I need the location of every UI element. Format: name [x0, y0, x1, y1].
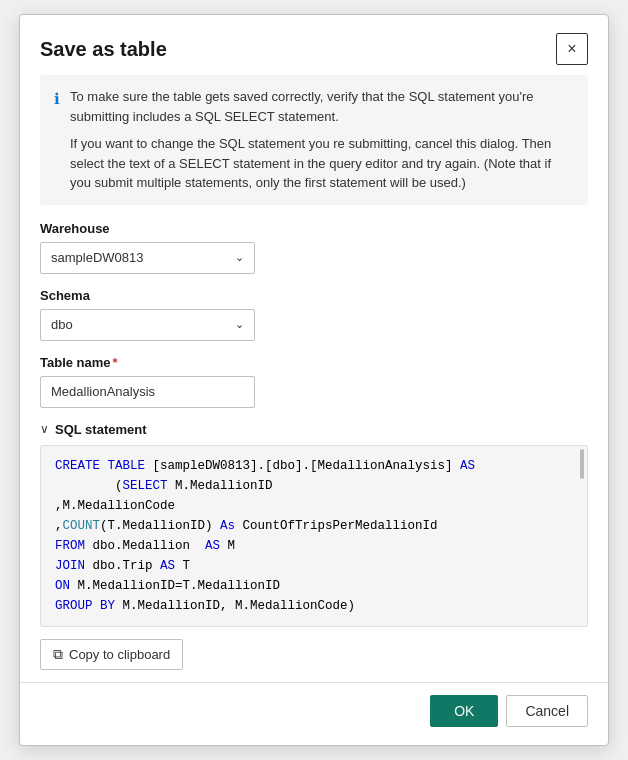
sql-code-box: CREATE TABLE [sampleDW0813].[dbo].[Medal…	[40, 445, 588, 627]
sql-chevron-icon: ∨	[40, 422, 49, 436]
ok-button[interactable]: OK	[430, 695, 498, 727]
dialog-header: Save as table ×	[20, 15, 608, 75]
sql-line-3: ,M.MedallionCode	[55, 496, 573, 516]
warehouse-section: Warehouse sampleDW0813 ⌄	[20, 221, 608, 274]
sql-section: ∨ SQL statement CREATE TABLE [sampleDW08…	[20, 422, 608, 627]
copy-label: Copy to clipboard	[69, 647, 170, 662]
sql-line-6: JOIN dbo.Trip AS T	[55, 556, 573, 576]
sql-line-1: CREATE TABLE [sampleDW0813].[dbo].[Medal…	[55, 456, 573, 476]
schema-chevron-icon: ⌄	[235, 318, 244, 331]
warehouse-label: Warehouse	[40, 221, 588, 236]
warehouse-chevron-icon: ⌄	[235, 251, 244, 264]
info-box: ℹ To make sure the table gets saved corr…	[40, 75, 588, 205]
cancel-button[interactable]: Cancel	[506, 695, 588, 727]
schema-value: dbo	[51, 317, 73, 332]
schema-section: Schema dbo ⌄	[20, 288, 608, 341]
close-button[interactable]: ×	[556, 33, 588, 65]
schema-dropdown[interactable]: dbo ⌄	[40, 309, 255, 341]
sql-label: SQL statement	[55, 422, 147, 437]
info-text: To make sure the table gets saved correc…	[70, 87, 574, 193]
sql-line-5: FROM dbo.Medallion AS M	[55, 536, 573, 556]
copy-clipboard-button[interactable]: ⧉ Copy to clipboard	[40, 639, 183, 670]
dialog-footer: OK Cancel	[20, 682, 608, 745]
table-name-label: Table name*	[40, 355, 588, 370]
dialog-title: Save as table	[40, 38, 167, 61]
info-line2: If you want to change the SQL statement …	[70, 134, 574, 193]
sql-scrollbar[interactable]	[580, 449, 584, 479]
sql-line-7: ON M.MedallionID=T.MedallionID	[55, 576, 573, 596]
sql-header[interactable]: ∨ SQL statement	[40, 422, 588, 437]
sql-line-4: ,COUNT(T.MedallionID) As CountOfTripsPer…	[55, 516, 573, 536]
warehouse-dropdown[interactable]: sampleDW0813 ⌄	[40, 242, 255, 274]
warehouse-value: sampleDW0813	[51, 250, 144, 265]
save-as-table-dialog: Save as table × ℹ To make sure the table…	[19, 14, 609, 746]
copy-icon: ⧉	[53, 646, 63, 663]
schema-label: Schema	[40, 288, 588, 303]
table-name-section: Table name*	[20, 355, 608, 422]
info-icon: ℹ	[54, 88, 60, 193]
sql-line-2: (SELECT M.MedallionID	[55, 476, 573, 496]
info-line1: To make sure the table gets saved correc…	[70, 87, 574, 126]
table-name-input[interactable]	[40, 376, 255, 408]
sql-line-8: GROUP BY M.MedallionID, M.MedallionCode)	[55, 596, 573, 616]
